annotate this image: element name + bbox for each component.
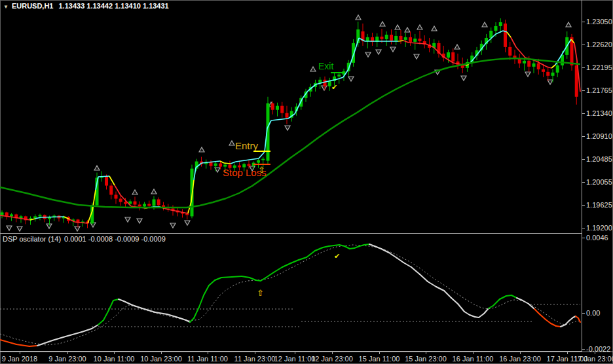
dsp-segment [523, 300, 529, 304]
symbol-marker-icon: ▼ [3, 4, 9, 10]
price-tick-mark [582, 90, 585, 91]
trend-segment [496, 31, 503, 34]
trend-segment [92, 190, 96, 211]
trend-segment [236, 158, 259, 162]
trend-segment [271, 118, 288, 120]
time-tick-label: 12 Jan 11:00 [274, 355, 316, 363]
dsp-segment [561, 325, 565, 327]
candle-body [105, 177, 108, 186]
candle-body [157, 199, 160, 205]
trend-segment [547, 67, 551, 68]
candle-body [556, 65, 559, 73]
up-arrow-icon [417, 25, 422, 29]
candle-body [527, 61, 530, 67]
candle-body [418, 39, 422, 41]
dsp-segment [16, 344, 29, 346]
price-chart-panel[interactable]: EntryStop LossExit⇧✔ ▼EURUSD,H11.13433 1… [0, 0, 582, 234]
down-arrow-icon [461, 76, 466, 81]
candle-body [337, 75, 341, 77]
symbol-period-label: EURUSD,H1 [12, 2, 54, 10]
price-tick-label: 1.22620 [586, 41, 612, 48]
candle-body [257, 160, 260, 163]
oscillator-canvas[interactable]: ⇧✔ [0, 234, 582, 351]
up-arrow-icon [432, 26, 437, 31]
dsp-segment [124, 301, 132, 305]
moving-average-line [0, 58, 580, 208]
dsp-segment [329, 246, 334, 246]
price-tick-label: 1.20910 [586, 132, 612, 140]
price-tick-label: 1.19625 [586, 201, 612, 209]
dsp-segment [444, 291, 451, 298]
candle-body [214, 164, 217, 166]
candle-body [504, 24, 507, 47]
time-tick-mark [67, 352, 68, 354]
dsp-segment [282, 263, 291, 267]
price-tick-mark [582, 182, 585, 183]
dsp-segment [266, 272, 274, 278]
candle-body [399, 36, 403, 40]
dsp-segment [565, 321, 569, 325]
indicator-name-label: DSP oscilator (14) [3, 235, 61, 243]
dsp-segment [411, 267, 420, 274]
dsp-segment [291, 260, 299, 263]
entry-label: Entry [235, 140, 259, 151]
dsp-segment [199, 295, 204, 307]
candle-body [499, 22, 502, 26]
price-tick-label: 1.19200 [586, 224, 612, 232]
up-arrow-icon [566, 22, 571, 27]
price-tick-mark [582, 22, 585, 22]
dsp-segment [578, 318, 580, 322]
confirm-check-icon: ✔ [334, 252, 340, 261]
down-arrow-icon [322, 86, 327, 90]
candle-body [115, 195, 118, 199]
trend-segment [398, 41, 403, 41]
exit-label: Exit [318, 61, 333, 71]
oscillator-panel[interactable]: ⇧✔ DSP oscilator (14)0.0001 -0.0008 -0.0… [0, 234, 582, 352]
candle-body [551, 73, 555, 76]
time-tick-mark [567, 352, 568, 354]
price-tick-mark [582, 45, 585, 45]
price-chart-canvas[interactable]: EntryStop LossExit⇧✔ [0, 0, 582, 233]
time-tick-label: 9 Jan 23:00 [48, 355, 86, 363]
up-arrow-icon [405, 27, 410, 32]
candle-body [494, 26, 498, 31]
candle-body [119, 198, 122, 202]
dsp-segment [0, 340, 16, 344]
dsp-segment [436, 287, 444, 291]
candle-body [134, 202, 137, 205]
candle-body [394, 36, 398, 41]
time-tick-label: 17 Jan 23:00 [574, 355, 613, 363]
price-axis[interactable]: 1.230501.226201.221951.217651.213401.209… [582, 0, 613, 352]
candle-body [508, 47, 511, 56]
dsp-segment [369, 244, 375, 246]
candle-body [219, 164, 222, 167]
time-tick-label: 16 Jan 23:00 [499, 355, 541, 363]
dsp-segment [397, 258, 403, 263]
price-tick-mark [582, 238, 585, 238]
candle-body [385, 35, 388, 39]
trend-segment [115, 185, 121, 195]
dsp-segment [511, 295, 517, 298]
dsp-segment [190, 318, 194, 322]
up-arrow-icon [199, 147, 204, 152]
down-arrow-icon [7, 226, 12, 230]
price-tick-mark [582, 113, 585, 114]
dsp-segment [323, 246, 329, 247]
indicator-header: DSP oscilator (14)0.0001 -0.0008 -0.0009… [3, 235, 166, 243]
time-tick-label: 11 Jan 11:00 [187, 355, 228, 363]
dsp-segment [299, 257, 306, 260]
trend-segment [231, 162, 236, 164]
time-axis[interactable]: 9 Jan 20189 Jan 23:0010 Jan 11:0010 Jan … [0, 352, 613, 364]
price-tick-mark [582, 159, 585, 160]
candle-body [409, 37, 412, 42]
candle-body [248, 164, 251, 166]
down-arrow-icon [348, 77, 354, 81]
time-tick-label: 9 Jan 2018 [2, 355, 37, 363]
up-arrow-icon [455, 45, 460, 49]
dsp-segment [98, 320, 103, 325]
time-tick-mark [595, 352, 595, 354]
price-tick-mark [582, 205, 585, 206]
candle-body [143, 204, 146, 206]
dsp-segment [242, 276, 250, 278]
candle-body [390, 35, 393, 41]
